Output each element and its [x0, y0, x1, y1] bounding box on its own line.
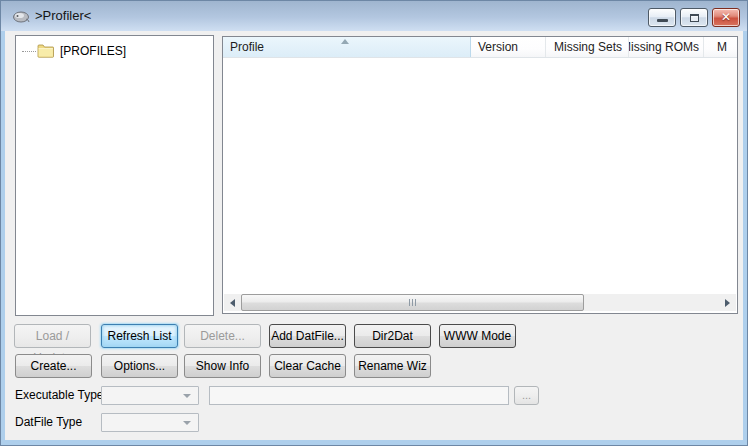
dropdown-arrow-icon	[183, 421, 191, 425]
column-header-missing-sets[interactable]: Missing Sets	[546, 37, 629, 57]
scrollbar-track[interactable]	[241, 294, 719, 311]
options-button[interactable]: Options...	[101, 354, 178, 378]
close-button[interactable]: ✕	[712, 8, 740, 27]
column-label: M	[717, 40, 727, 54]
column-label: Missing Sets	[554, 40, 622, 54]
add-datfile-button[interactable]: Add DatFile...	[269, 324, 346, 348]
datfile-type-select[interactable]	[101, 413, 199, 432]
scroll-left-icon[interactable]	[224, 294, 241, 311]
delete-button[interactable]: Delete...	[184, 324, 261, 348]
www-mode-button[interactable]: WWW Mode	[439, 324, 516, 348]
client-area: [PROFILES] Profile Version Missing Sets …	[5, 31, 743, 440]
tree-connector	[22, 51, 36, 52]
list-body[interactable]	[223, 58, 737, 293]
tree-item-label: [PROFILES]	[58, 44, 128, 58]
restore-icon	[690, 14, 699, 22]
profiles-tree: [PROFILES]	[15, 35, 214, 316]
close-icon: ✕	[713, 10, 739, 24]
browse-button[interactable]: ...	[514, 386, 539, 405]
sort-ascending-icon	[341, 39, 349, 44]
show-info-button[interactable]: Show Info	[184, 354, 261, 378]
profiler-window: >Profiler< ✕ [PROFILES] P	[0, 0, 748, 446]
profiles-list: Profile Version Missing Sets Missing ROM…	[222, 36, 738, 314]
thumb-grip-icon	[415, 299, 416, 306]
list-header: Profile Version Missing Sets Missing ROM…	[223, 37, 737, 58]
thumb-grip-icon	[409, 299, 410, 306]
window-controls: ✕	[648, 8, 740, 27]
clear-cache-button[interactable]: Clear Cache	[269, 354, 346, 378]
minimize-icon	[657, 19, 668, 22]
restore-button[interactable]	[680, 8, 708, 27]
dir2dat-button[interactable]: Dir2Dat	[354, 324, 431, 348]
column-label: Version	[478, 40, 518, 54]
column-header-missing-roms[interactable]: Missing ROMs	[629, 37, 704, 57]
minimize-button[interactable]	[648, 8, 676, 27]
folder-icon	[37, 44, 54, 58]
rename-wiz-button[interactable]: Rename Wiz	[354, 354, 431, 378]
executable-type-select[interactable]	[101, 386, 199, 405]
create-button[interactable]: Create...	[15, 354, 92, 378]
column-label: Profile	[230, 40, 264, 54]
dropdown-arrow-icon	[183, 394, 191, 398]
column-label: Missing ROMs	[629, 40, 699, 54]
window-title: >Profiler<	[35, 8, 91, 23]
horizontal-scrollbar	[224, 294, 736, 311]
tree-item-profiles[interactable]: [PROFILES]	[22, 42, 128, 60]
refresh-list-button[interactable]: Refresh List	[101, 324, 178, 348]
column-header-more[interactable]: M	[704, 37, 737, 57]
executable-path-field[interactable]	[209, 386, 509, 405]
titlebar[interactable]: >Profiler< ✕	[1, 1, 747, 31]
datfile-type-label: DatFile Type	[15, 413, 82, 432]
app-icon	[12, 8, 30, 24]
executable-type-label: Executable Type	[15, 386, 104, 405]
scrollbar-thumb[interactable]	[241, 294, 584, 311]
load-update-button[interactable]: Load / Update	[14, 324, 91, 348]
column-header-version[interactable]: Version	[471, 37, 546, 57]
scroll-right-icon[interactable]	[719, 294, 736, 311]
column-header-profile[interactable]: Profile	[223, 37, 471, 57]
thumb-grip-icon	[412, 299, 413, 306]
